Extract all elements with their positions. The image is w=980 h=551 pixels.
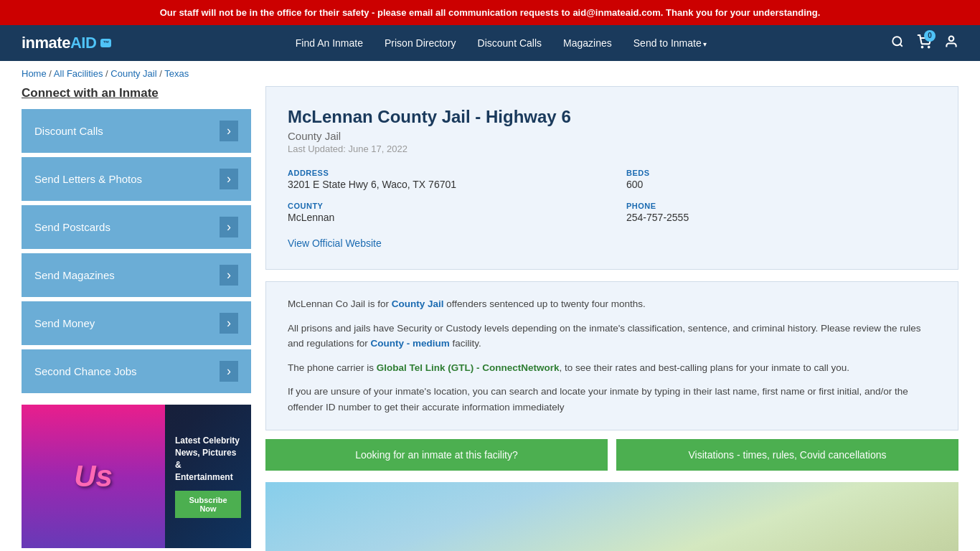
address-value: 3201 E State Hwy 6, Waco, TX 76701 bbox=[288, 179, 598, 190]
beds-value: 600 bbox=[626, 179, 936, 190]
ad-text-area: Latest Celebrity News, Pictures & Entert… bbox=[165, 425, 251, 527]
description-card: McLennan Co Jail is for County Jail offe… bbox=[265, 281, 958, 430]
address-label: ADDRESS bbox=[288, 169, 598, 177]
sidebar-btn-postcards[interactable]: Send Postcards › bbox=[22, 205, 251, 249]
breadcrumb: Home / All Facilities / County Jail / Te… bbox=[0, 61, 980, 86]
county-medium-link[interactable]: County - medium bbox=[371, 338, 450, 349]
chevron-right-icon: › bbox=[220, 121, 238, 141]
description-para4: If you are unsure of your inmate's locat… bbox=[288, 384, 936, 415]
phone-label: PHONE bbox=[626, 202, 936, 210]
sidebar: Connect with an Inmate Discount Calls › … bbox=[22, 86, 251, 548]
chevron-right-icon: › bbox=[220, 217, 238, 237]
description-para2: All prisons and jails have Security or C… bbox=[288, 321, 936, 352]
visitations-button[interactable]: Visitations - times, rules, Covid cancel… bbox=[616, 439, 958, 471]
ad-image: Us bbox=[22, 405, 165, 548]
breadcrumb-county-jail[interactable]: County Jail bbox=[110, 68, 156, 79]
main-nav: Find An Inmate Prison Directory Discount… bbox=[111, 37, 891, 49]
address-block: ADDRESS 3201 E State Hwy 6, Waco, TX 767… bbox=[288, 169, 598, 190]
sidebar-btn-jobs[interactable]: Second Chance Jobs › bbox=[22, 349, 251, 393]
find-inmate-button[interactable]: Looking for an inmate at this facility? bbox=[265, 439, 608, 471]
svg-line-1 bbox=[900, 44, 902, 46]
nav-send-to-inmate[interactable]: Send to Inmate bbox=[633, 37, 707, 49]
chevron-right-icon: › bbox=[220, 169, 238, 189]
county-value: McLennan bbox=[288, 212, 598, 223]
county-label: COUNTY bbox=[288, 202, 598, 210]
nav-find-inmate[interactable]: Find An Inmate bbox=[296, 37, 363, 49]
description-para3: The phone carrier is Global Tel Link (GT… bbox=[288, 360, 936, 376]
logo-badge: ™ bbox=[100, 39, 111, 47]
chevron-right-icon: › bbox=[220, 361, 238, 382]
nav-prison-dir[interactable]: Prison Directory bbox=[385, 37, 456, 49]
sidebar-btn-magazines[interactable]: Send Magazines › bbox=[22, 253, 251, 297]
facility-type: County Jail bbox=[288, 130, 936, 142]
cart-icon[interactable]: 0 bbox=[917, 34, 931, 52]
breadcrumb-home[interactable]: Home bbox=[22, 68, 47, 79]
aerial-view-image bbox=[265, 482, 958, 551]
phone-value: 254-757-2555 bbox=[626, 212, 936, 223]
user-icon[interactable] bbox=[944, 34, 958, 52]
facility-card: McLennan County Jail - Highway 6 County … bbox=[265, 86, 958, 270]
sidebar-title: Connect with an Inmate bbox=[22, 86, 251, 100]
alert-banner: Our staff will not be in the office for … bbox=[0, 0, 980, 25]
facility-name: McLennan County Jail - Highway 6 bbox=[288, 107, 936, 127]
facility-updated: Last Updated: June 17, 2022 bbox=[288, 143, 936, 154]
header-actions: 0 bbox=[891, 34, 958, 52]
description-para1: McLennan Co Jail is for County Jail offe… bbox=[288, 296, 936, 312]
official-website-link[interactable]: View Official Website bbox=[288, 237, 382, 249]
main-content: Connect with an Inmate Discount Calls › … bbox=[0, 86, 980, 551]
ad-logo: Us bbox=[74, 459, 113, 494]
gtl-link[interactable]: Global Tel Link (GTL) - ConnectNetwork bbox=[377, 362, 560, 373]
breadcrumb-all-facilities[interactable]: All Facilities bbox=[54, 68, 103, 79]
svg-point-0 bbox=[892, 37, 901, 45]
svg-point-2 bbox=[922, 46, 923, 47]
svg-point-3 bbox=[928, 46, 930, 47]
facility-photo bbox=[265, 482, 958, 551]
beds-block: BEDS 600 bbox=[626, 169, 936, 190]
facility-info-grid: ADDRESS 3201 E State Hwy 6, Waco, TX 767… bbox=[288, 169, 936, 223]
sidebar-ad: Us Latest Celebrity News, Pictures & Ent… bbox=[22, 405, 251, 548]
cart-count: 0 bbox=[924, 30, 936, 42]
sidebar-btn-letters[interactable]: Send Letters & Photos › bbox=[22, 157, 251, 201]
chevron-right-icon: › bbox=[220, 265, 238, 286]
nav-discount-calls[interactable]: Discount Calls bbox=[478, 37, 542, 49]
action-buttons: Looking for an inmate at this facility? … bbox=[265, 439, 958, 471]
logo-text: inmateAID bbox=[22, 34, 96, 52]
search-icon[interactable] bbox=[891, 35, 904, 52]
chevron-right-icon: › bbox=[220, 313, 238, 334]
ad-subscribe-button[interactable]: Subscribe Now bbox=[175, 491, 241, 518]
beds-label: BEDS bbox=[626, 169, 936, 177]
phone-block: PHONE 254-757-2555 bbox=[626, 202, 936, 223]
alert-text: Our staff will not be in the office for … bbox=[160, 7, 821, 18]
header: inmateAID ™ Find An Inmate Prison Direct… bbox=[0, 25, 980, 61]
nav-magazines[interactable]: Magazines bbox=[563, 37, 612, 49]
county-jail-link1[interactable]: County Jail bbox=[392, 298, 444, 309]
logo[interactable]: inmateAID ™ bbox=[22, 34, 111, 52]
breadcrumb-texas[interactable]: Texas bbox=[164, 68, 189, 79]
main-panel: McLennan County Jail - Highway 6 County … bbox=[265, 86, 958, 551]
county-block: COUNTY McLennan bbox=[288, 202, 598, 223]
ad-headline: Latest Celebrity News, Pictures & Entert… bbox=[175, 435, 241, 483]
sidebar-btn-discount-calls[interactable]: Discount Calls › bbox=[22, 109, 251, 153]
sidebar-btn-money[interactable]: Send Money › bbox=[22, 301, 251, 345]
svg-point-4 bbox=[949, 36, 954, 41]
